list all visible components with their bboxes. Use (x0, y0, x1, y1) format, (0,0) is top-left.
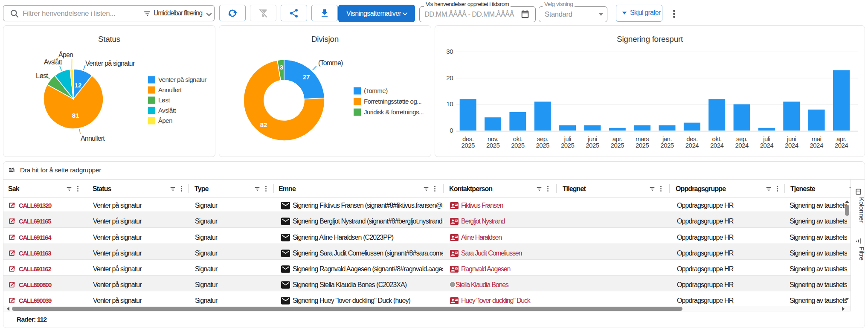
svg-text:2024: 2024 (835, 142, 848, 149)
svg-text:Annullert: Annullert (81, 135, 105, 142)
svg-text:Juridisk & forretnings...: Juridisk & forretnings... (364, 108, 424, 116)
svg-text:Venter på signatur: Venter på signatur (158, 76, 206, 83)
svg-text:2025: 2025 (486, 142, 500, 149)
svg-text:2025: 2025 (636, 142, 649, 149)
svg-text:2025: 2025 (511, 142, 525, 149)
svg-text:0: 0 (450, 127, 453, 134)
svg-text:Avslått: Avslått (158, 107, 177, 114)
svg-text:27: 27 (303, 73, 310, 81)
svg-text:82: 82 (260, 121, 267, 128)
svg-text:Forretningsstøtte og...: Forretningsstøtte og... (364, 98, 421, 105)
svg-text:Annullert: Annullert (158, 86, 182, 93)
svg-text:2025: 2025 (611, 142, 624, 149)
svg-text:3: 3 (280, 64, 283, 71)
svg-text:12: 12 (75, 81, 82, 89)
svg-text:Avslått: Avslått (44, 58, 62, 66)
svg-text:10: 10 (446, 100, 453, 107)
svg-text:Åpen: Åpen (58, 51, 73, 58)
svg-text:2025: 2025 (660, 142, 674, 149)
svg-text:2025: 2025 (462, 142, 475, 149)
svg-text:2025: 2025 (586, 142, 599, 149)
svg-text:Løst: Løst (36, 72, 48, 79)
svg-text:2024: 2024 (785, 142, 798, 149)
svg-text:2024: 2024 (760, 142, 774, 149)
svg-text:(Tomme): (Tomme) (364, 87, 388, 94)
svg-text:2024: 2024 (685, 142, 699, 149)
svg-text:Åpen: Åpen (158, 117, 172, 124)
svg-text:2025: 2025 (561, 142, 575, 149)
svg-text:Løst: Løst (158, 96, 171, 104)
svg-text:2024: 2024 (710, 142, 724, 149)
svg-text:2025: 2025 (536, 142, 550, 149)
svg-text:20: 20 (446, 74, 453, 81)
svg-text:Venter på signatur: Venter på signatur (85, 60, 135, 67)
svg-text:2024: 2024 (735, 142, 749, 149)
svg-text:81: 81 (72, 112, 79, 119)
svg-text:30: 30 (446, 48, 453, 55)
svg-text:2024: 2024 (810, 142, 823, 149)
svg-text:(Tomme): (Tomme) (318, 59, 343, 67)
